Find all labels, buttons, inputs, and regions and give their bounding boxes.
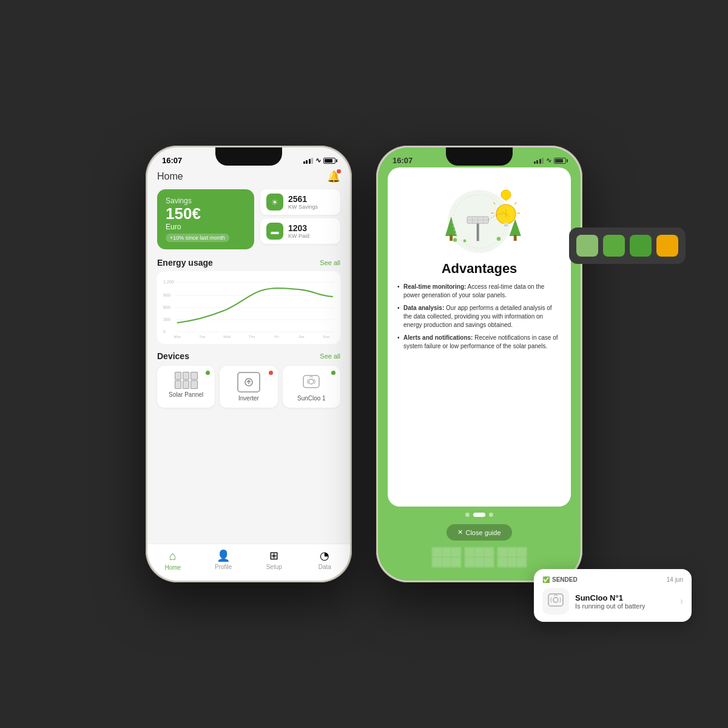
home-nav-label: Home (164, 564, 181, 571)
svg-text:Wed: Wed (223, 335, 231, 338)
pagination-dots (378, 507, 581, 521)
phone-advantages: 16:07 ∿ (376, 146, 582, 582)
wifi-icon-1: ∿ (315, 157, 321, 164)
energy-title: Energy usage (157, 258, 213, 268)
nav-profile[interactable]: 👤 Profile (198, 549, 249, 571)
inverter-status-dot (269, 371, 273, 375)
close-x-icon: ✕ (457, 528, 463, 536)
bottom-nav: ⌂ Home 👤 Profile ⊞ Setup ◔ Data (147, 544, 350, 581)
savings-badge: +10% since last month (166, 234, 229, 242)
advantage-item-2: Data analysis: Our app performs a detail… (397, 304, 561, 329)
battery-icon-1 (323, 158, 335, 164)
sun-icon: ☀ (266, 194, 283, 211)
profile-nav-label: Profile (215, 564, 232, 570)
inverter-icon (237, 372, 260, 393)
advantages-illustration (431, 177, 528, 256)
notif-header: ✅ SENDED 14 jun (542, 576, 683, 583)
home-nav-icon: ⌂ (169, 549, 177, 563)
svg-text:Sun: Sun (323, 335, 329, 338)
kw-savings-info: 2561 KW Savings (288, 194, 318, 210)
kw-paid-value: 1203 (288, 223, 309, 233)
device-inverter[interactable]: Inverter (220, 366, 277, 408)
device-suncloo[interactable]: SunCloo 1 (283, 366, 340, 408)
data-nav-icon: ◔ (320, 549, 329, 562)
solar-status-dot (206, 371, 210, 375)
svg-point-48 (553, 598, 558, 602)
phone1-screen: 16:07 ∿ Home (147, 147, 350, 581)
suncloo-status-dot (331, 371, 335, 375)
close-guide-button[interactable]: ✕ Close guide (447, 524, 511, 541)
stats-row: Savings 150€ Euro +10% since last month … (157, 189, 340, 249)
svg-point-45 (497, 237, 500, 241)
svg-rect-42 (514, 235, 517, 241)
battery-icon-2 (554, 158, 566, 164)
phone1-content: Home 🔔 Savings 150€ Euro +10% since last (147, 167, 350, 544)
status-icons-1: ∿ (303, 157, 336, 164)
inverter-svg (241, 375, 256, 389)
notification-dot (337, 169, 341, 174)
dot-3 (489, 513, 493, 517)
svg-text:Sat: Sat (298, 335, 304, 338)
svg-rect-23 (477, 221, 479, 241)
setup-nav-label: Setup (266, 564, 282, 570)
notif-text: SunCloo N°1 Is running out of battery (575, 593, 674, 610)
notif-chevron-icon[interactable]: › (680, 596, 683, 607)
advantage-item-1: Real-time monitoring: Access real-time d… (397, 283, 561, 300)
energy-chart-svg: 1,200 900 800 300 0 (162, 277, 335, 338)
energy-section-header: Energy usage See all (157, 258, 340, 268)
energy-chart: 1,200 900 800 300 0 (157, 271, 340, 344)
nav-data[interactable]: ◔ Data (300, 549, 351, 571)
wifi-icon-2: ∿ (546, 157, 551, 164)
home-header: Home 🔔 (157, 167, 340, 189)
svg-rect-34 (504, 225, 508, 226)
advantages-title: Advantages (442, 261, 517, 277)
data-nav-label: Data (318, 564, 331, 570)
card-icon: ▬ (266, 223, 283, 240)
close-guide-label: Close guide (465, 529, 500, 536)
svg-point-40 (501, 190, 511, 200)
kw-savings-value: 2561 (288, 194, 318, 204)
color-swatches (569, 228, 686, 264)
swatch-orange[interactable] (656, 235, 678, 257)
notif-date: 14 jun (667, 576, 683, 583)
notif-device-icon (542, 588, 569, 615)
sent-check-icon: ✅ (542, 576, 550, 583)
nav-home[interactable]: ⌂ Home (147, 549, 198, 571)
notif-suncloo-icon (547, 592, 565, 610)
nav-setup[interactable]: ⊞ Setup (249, 549, 300, 571)
setup-nav-icon: ⊞ (269, 549, 278, 562)
svg-text:900: 900 (163, 293, 170, 297)
phone2-notch (446, 147, 513, 166)
svg-rect-18 (303, 376, 319, 388)
energy-see-all[interactable]: See all (320, 259, 340, 266)
swatch-medium-green[interactable] (603, 235, 625, 257)
svg-line-36 (514, 202, 516, 204)
status-icons-2: ∿ (534, 157, 567, 164)
suncloo-label: SunCloo 1 (297, 395, 326, 402)
notification-card: ✅ SENDED 14 jun SunCloo N°1 Is running o… (534, 569, 692, 622)
advantages-list: Real-time monitoring: Access real-time d… (397, 283, 561, 355)
savings-card: Savings 150€ Euro +10% since last month (157, 189, 254, 249)
status-time-2: 16:07 (393, 156, 413, 165)
svg-point-44 (463, 240, 467, 243)
svg-point-19 (309, 379, 314, 384)
suncloo-svg (301, 373, 322, 391)
svg-text:Thu: Thu (249, 335, 255, 338)
notif-status: ✅ SENDED (542, 576, 578, 583)
phone2-screen: 16:07 ∿ (378, 147, 581, 581)
kw-paid-info: 1203 KW Paid (288, 223, 309, 239)
status-time-1: 16:07 (162, 156, 182, 165)
device-solar-panel[interactable]: Solar Pannel (157, 366, 215, 408)
bell-button[interactable]: 🔔 (327, 170, 340, 183)
advantages-screen: Advantages Real-time monitoring: Access … (378, 167, 581, 581)
scene: 16:07 ∿ Home (30, 46, 698, 682)
svg-text:Tue: Tue (199, 335, 206, 338)
swatch-light-green[interactable] (576, 235, 598, 257)
grid-panel-3 (497, 547, 527, 568)
stats-right: ☀ 2561 KW Savings ▬ 1203 KW Pai (260, 189, 340, 249)
devices-see-all[interactable]: See all (320, 352, 340, 360)
svg-text:0: 0 (163, 329, 166, 334)
notif-body: SunCloo N°1 Is running out of battery › (542, 588, 683, 615)
svg-text:Fri: Fri (274, 335, 278, 338)
swatch-dark-green[interactable] (630, 235, 652, 257)
